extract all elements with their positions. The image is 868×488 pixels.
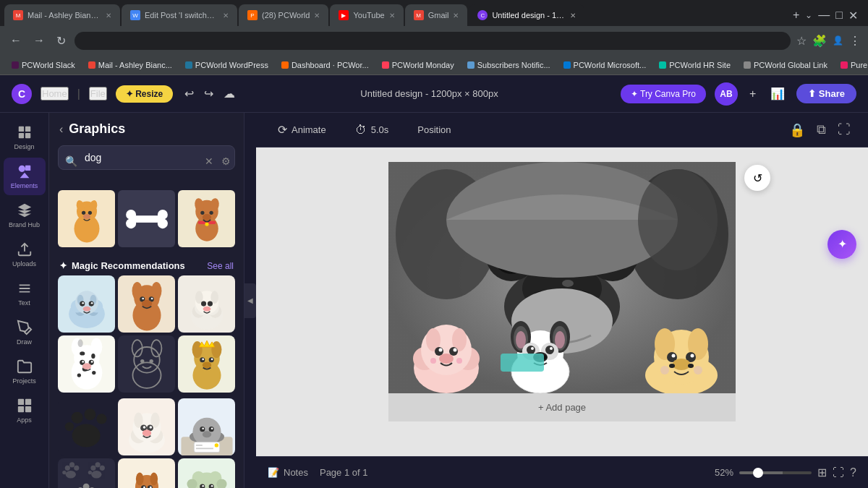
tab-close-icon[interactable]: ✕ <box>314 12 320 20</box>
tab-pcworld[interactable]: P (28) PCWorld ✕ <box>239 4 328 26</box>
zoom-slider[interactable] <box>739 471 812 474</box>
undo-button[interactable]: ↩ <box>182 84 197 103</box>
duration-tool[interactable]: ⏱ 5.0s <box>348 119 396 141</box>
paw-item-4[interactable] <box>58 458 115 488</box>
bookmark-hr[interactable]: PCWorld HR Site <box>655 59 735 71</box>
resize-button[interactable]: ✦ Resize <box>116 85 173 103</box>
help-button[interactable]: ? <box>850 466 856 479</box>
back-button[interactable]: ← <box>7 31 25 50</box>
magic-item-4[interactable] <box>58 335 115 393</box>
canva-assistant-button[interactable]: ✦ <box>827 230 856 259</box>
bookmark-purelyhr[interactable]: PurelyHR Login <box>836 59 868 71</box>
bookmark-subscribers[interactable]: Subscribers Notific... <box>463 59 555 71</box>
profile-icon[interactable]: 👤 <box>833 35 843 46</box>
address-bar[interactable]: canva.com/design/DAFfQnmoc1g/B-btQumE7pX… <box>75 32 791 50</box>
extensions-icon[interactable]: 🧩 <box>812 34 827 48</box>
tab-close-icon[interactable]: ✕ <box>106 12 111 20</box>
forward-button[interactable]: → <box>30 31 48 50</box>
tab-youtube[interactable]: ▶ YouTube ✕ <box>330 4 403 26</box>
tab-close-icon[interactable]: ✕ <box>223 12 229 20</box>
bookmark-dashboard[interactable]: Dashboard · PCWor... <box>277 59 373 71</box>
bookmark-wordpress[interactable]: PCWorld WordPress <box>181 59 273 71</box>
bookmark-mail[interactable]: Mail - Ashley Bianc... <box>84 59 176 71</box>
duplicate-button[interactable]: ⧉ <box>814 119 829 141</box>
notes-button[interactable]: 📝 Notes <box>268 467 308 478</box>
svg-point-29 <box>202 214 210 221</box>
search-clear-button[interactable]: ✕ <box>205 155 213 167</box>
share-button[interactable]: ⬆ Share <box>796 84 856 103</box>
lock-button[interactable]: 🔒 <box>786 119 808 141</box>
tab-close-icon[interactable]: ✕ <box>389 12 395 20</box>
analytics-button[interactable]: 📊 <box>767 84 788 103</box>
new-tab-icon[interactable]: + <box>793 9 799 22</box>
link-button[interactable]: ⛶ <box>835 119 854 141</box>
bookmark-slack[interactable]: PCWorld Slack <box>7 59 80 71</box>
svg-point-134 <box>91 471 101 479</box>
svg-point-193 <box>435 347 443 356</box>
minimize-icon[interactable]: — <box>818 9 830 22</box>
sidebar-item-uploads[interactable]: Uploads <box>4 236 46 273</box>
magic-item-3[interactable] <box>178 275 235 333</box>
result-item-1[interactable] <box>58 190 115 247</box>
bookmark-icon[interactable]: ☆ <box>796 34 807 48</box>
redo-button[interactable]: ↪ <box>201 84 216 103</box>
try-pro-button[interactable]: ✦ Try Canva Pro <box>621 85 706 103</box>
cloud-save-button[interactable]: ☁ <box>221 84 238 103</box>
menu-icon[interactable]: ⋮ <box>849 34 861 48</box>
pink-dog-sticker[interactable] <box>403 307 490 393</box>
bookmark-microsoft[interactable]: PCWorld Microsoft... <box>559 59 651 71</box>
tab-close-icon[interactable]: ✕ <box>453 12 459 20</box>
sidebar-item-apps[interactable]: Apps <box>4 392 46 429</box>
refresh-floating-btn[interactable]: ↺ <box>744 165 770 191</box>
sidebar-item-elements[interactable]: Elements <box>4 158 46 195</box>
maximize-icon[interactable]: □ <box>835 9 843 22</box>
result-item-2[interactable] <box>118 190 175 247</box>
canvas-scroll[interactable]: ↺ <box>256 147 868 456</box>
magic-item-2[interactable] <box>118 275 175 333</box>
sidebar-item-design[interactable]: Design <box>4 119 46 156</box>
sidebar-item-text[interactable]: Text <box>4 275 46 312</box>
tab-gmail[interactable]: M Gmail ✕ <box>405 4 468 26</box>
projects-icon <box>17 359 33 374</box>
animate-tool[interactable]: ⟳ Animate <box>271 119 333 141</box>
paw-item-3[interactable] <box>178 398 235 455</box>
bookmark-label: PCWorld Microsoft... <box>574 61 647 69</box>
paw-item-6[interactable] <box>178 458 235 488</box>
position-tool[interactable]: Position <box>410 120 458 140</box>
bookmark-global[interactable]: PCWorld Global Link <box>739 59 832 71</box>
magic-item-6[interactable] <box>178 335 235 393</box>
labrador-sticker[interactable] <box>634 314 728 393</box>
tab-editpost[interactable]: W Edit Post 'I switched from P... ✕ <box>122 4 237 26</box>
tab-canva[interactable]: C Untitled design - 1200 × 800... ✕ <box>469 4 584 26</box>
svg-point-153 <box>136 473 144 486</box>
search-filter-button[interactable]: ⚙ <box>221 155 231 167</box>
home-button[interactable]: Home <box>41 87 69 100</box>
paw-item-5[interactable] <box>118 458 175 488</box>
paw-item-2[interactable] <box>118 398 175 455</box>
file-button[interactable]: File <box>89 87 107 100</box>
reload-button[interactable]: ↻ <box>54 31 69 51</box>
tab-mail[interactable]: M Mail - Ashley Biancuzzo - Ou... ✕ <box>4 4 120 26</box>
magic-item-5[interactable] <box>118 335 175 393</box>
fullscreen-button[interactable]: ⛶ <box>833 466 844 479</box>
tab-overflow-icon[interactable]: ⌄ <box>805 10 812 20</box>
sidebar-item-brand[interactable]: Brand Hub <box>4 197 46 234</box>
sidebar-item-draw[interactable]: Draw <box>4 314 46 351</box>
user-avatar[interactable]: AB <box>715 82 738 106</box>
svg-point-21 <box>157 209 167 219</box>
grid-view-button[interactable]: ⊞ <box>817 466 827 479</box>
close-window-icon[interactable]: ✕ <box>848 9 858 22</box>
panel-back-button[interactable]: ‹ <box>59 123 63 136</box>
plus-button[interactable]: + <box>746 85 759 103</box>
see-all-button[interactable]: See all <box>207 261 234 271</box>
collapse-panel-button[interactable]: ◀ <box>244 283 256 318</box>
svg-rect-1 <box>25 127 30 132</box>
sidebar-item-projects[interactable]: Projects <box>4 353 46 390</box>
result-item-3[interactable] <box>178 190 235 247</box>
bookmark-monday[interactable]: PCWorld Monday <box>378 59 459 71</box>
paw-item-1[interactable] <box>58 398 115 455</box>
tab-close-icon[interactable]: ✕ <box>570 12 576 20</box>
add-page-button[interactable]: + Add page <box>388 393 736 421</box>
magic-item-1[interactable] <box>58 275 115 333</box>
svg-point-120 <box>203 431 211 437</box>
